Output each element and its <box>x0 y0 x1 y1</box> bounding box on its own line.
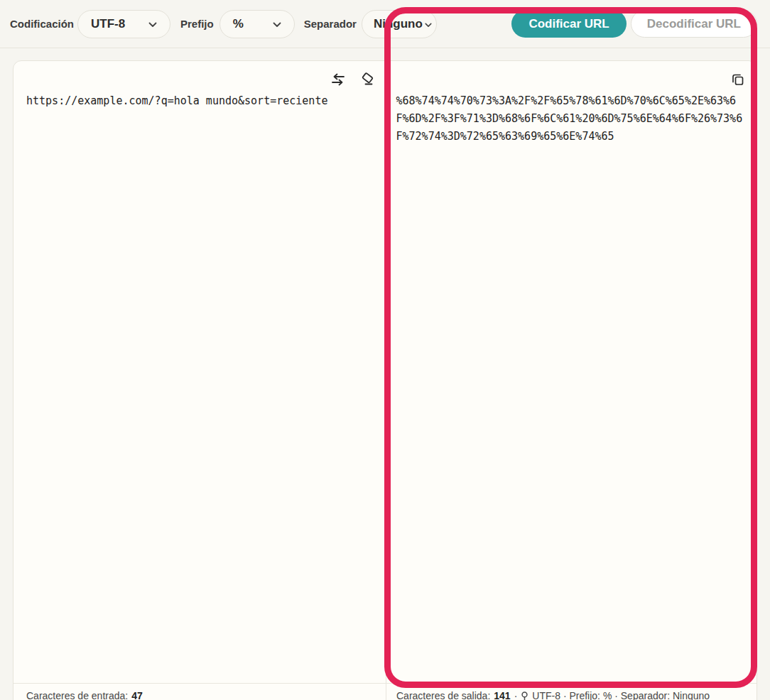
input-chars-label: Caracteres de entrada: <box>26 690 128 700</box>
prefix-label: Prefijo <box>180 18 214 30</box>
input-chars-count: 47 <box>131 690 143 700</box>
output-panel-toolbar <box>386 61 757 88</box>
output-encoded-text: %68%74%74%70%73%3A%2F%2F%65%78%61%6D%70%… <box>396 92 745 146</box>
encode-url-button[interactable]: Codificar URL <box>511 10 626 38</box>
output-stats: Caracteres de salida: 141 · UTF-8 · Pref… <box>386 684 757 700</box>
chevron-down-icon <box>273 17 281 31</box>
encoder-card: https://example.com/?q=hola mundo&sort=r… <box>13 60 757 700</box>
encoding-select[interactable]: UTF-8 <box>77 10 170 38</box>
card-footer: Caracteres de entrada: 47 Caracteres de … <box>13 683 757 700</box>
separator-label: Separador <box>304 18 357 30</box>
dot-separator: · <box>514 690 518 700</box>
prefix-select-value: % <box>233 17 244 31</box>
input-panel-body: https://example.com/?q=hola mundo&sort=r… <box>13 88 386 683</box>
input-panel-toolbar <box>13 61 386 88</box>
panels: https://example.com/?q=hola mundo&sort=r… <box>13 61 757 683</box>
eraser-icon[interactable] <box>359 72 374 87</box>
output-chars-label: Caracteres de salida: <box>396 690 490 700</box>
encoding-label: Codificación <box>10 18 74 30</box>
output-panel-body: %68%74%74%70%73%3A%2F%2F%65%78%61%6D%70%… <box>386 88 757 683</box>
encoding-icon <box>521 691 528 700</box>
separator-select-value: Ninguno <box>374 17 423 31</box>
swap-arrows-icon[interactable] <box>330 72 346 87</box>
separator-select[interactable]: Ninguno <box>362 10 437 38</box>
encoding-select-value: UTF-8 <box>91 17 125 31</box>
input-textarea[interactable]: https://example.com/?q=hola mundo&sort=r… <box>26 92 373 676</box>
output-panel: %68%74%74%70%73%3A%2F%2F%65%78%61%6D%70%… <box>386 61 757 683</box>
chevron-down-icon <box>148 17 157 31</box>
copy-icon[interactable] <box>730 72 745 87</box>
input-stats: Caracteres de entrada: 47 <box>13 684 386 700</box>
prefix-select[interactable]: % <box>219 10 295 38</box>
decode-url-button[interactable]: Decodificar URL <box>631 10 757 38</box>
input-panel: https://example.com/?q=hola mundo&sort=r… <box>13 61 386 683</box>
output-chars-count: 141 <box>494 690 510 700</box>
output-meta: UTF-8 · Prefijo: % · Separador: Ninguno <box>532 690 710 700</box>
toolbar: Codificación UTF-8 Prefijo % Separador N… <box>0 0 770 48</box>
chevron-down-icon <box>425 17 432 31</box>
